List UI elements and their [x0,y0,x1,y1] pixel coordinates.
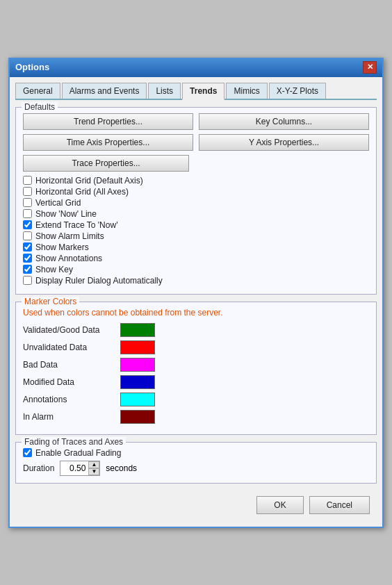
checkbox-show-now: Show 'Now' Line [23,209,369,219]
modified-label: Modified Data [23,377,120,387]
show-annotations-label[interactable]: Show Annotations [35,254,102,263]
defaults-row3: Trace Properties... [23,155,369,172]
color-row-modified: Modified Data [23,375,369,389]
server-note: Used when colors cannot be obtained from… [23,308,369,318]
enable-fading-label[interactable]: Enable Gradual Fading [35,448,121,458]
dialog-footer: OK Cancel [15,491,377,521]
color-row-annotations: Annotations [23,393,369,406]
tab-lists[interactable]: Lists [148,83,181,99]
cancel-button[interactable]: Cancel [309,496,370,514]
hg-default-checkbox[interactable] [23,176,32,185]
checkbox-extend-trace: Extend Trace To 'Now' [23,220,369,230]
checkbox-hg-all: Horizontal Grid (All Axes) [23,187,369,197]
show-markers-label[interactable]: Show Markers [35,242,89,252]
defaults-label: Defaults [22,102,58,112]
checkbox-hg-default: Horizontal Grid (Default Axis) [23,176,369,186]
tab-xyz[interactable]: X-Y-Z Plots [269,83,326,99]
bad-label: Bad Data [23,360,120,370]
duration-spinner[interactable]: 0.50 ▲ ▼ [60,461,100,476]
checkbox-display-ruler: Display Ruler Dialog Automatically [23,276,369,286]
bad-swatch[interactable] [120,358,155,372]
alarm-swatch[interactable] [120,410,155,424]
y-axis-button[interactable]: Y Axis Properties... [199,134,369,151]
key-columns-button[interactable]: Key Columns... [199,113,369,130]
show-alarm-checkbox[interactable] [23,231,32,240]
display-ruler-label[interactable]: Display Ruler Dialog Automatically [35,276,163,286]
validated-label: Validated/Good Data [23,325,120,335]
spinner-buttons: ▲ ▼ [88,461,99,475]
defaults-section: Defaults Trend Properties... Key Columns… [15,107,377,295]
duration-label: Duration [23,463,54,473]
vg-checkbox[interactable] [23,198,32,207]
spinner-down[interactable]: ▼ [88,468,99,475]
hg-default-label[interactable]: Horizontal Grid (Default Axis) [35,176,143,186]
checkbox-show-alarm: Show Alarm Limits [23,231,369,241]
spinner-up[interactable]: ▲ [88,461,99,468]
dialog-body: General Alarms and Events Lists Trends M… [10,77,382,527]
defaults-row1: Trend Properties... Key Columns... [23,113,369,130]
color-row-unvalidated: Unvalidated Data [23,340,369,354]
color-row-bad: Bad Data [23,358,369,372]
tab-general[interactable]: General [15,83,60,99]
enable-fading-checkbox[interactable] [23,448,32,457]
duration-unit: seconds [106,463,137,473]
time-axis-button[interactable]: Time Axis Properties... [23,134,193,151]
checkbox-show-annotations: Show Annotations [23,254,369,263]
show-now-label[interactable]: Show 'Now' Line [35,209,97,219]
annotations-swatch[interactable] [120,393,155,406]
hg-all-label[interactable]: Horizontal Grid (All Axes) [35,187,129,197]
checkbox-vg: Vertical Grid [23,198,369,208]
color-row-validated: Validated/Good Data [23,323,369,337]
duration-row: Duration 0.50 ▲ ▼ seconds [23,461,369,476]
tab-mimics[interactable]: Mimics [226,83,267,99]
show-key-checkbox[interactable] [23,265,32,274]
checkbox-show-markers: Show Markers [23,242,369,252]
fading-title: Fading of Traces and Axes [22,437,126,447]
show-markers-checkbox[interactable] [23,242,32,252]
display-ruler-checkbox[interactable] [23,276,32,285]
trace-properties-button[interactable]: Trace Properties... [23,155,189,172]
tab-trends[interactable]: Trends [182,83,224,100]
extend-trace-checkbox[interactable] [23,220,32,229]
tab-bar: General Alarms and Events Lists Trends M… [15,83,377,100]
hg-all-checkbox[interactable] [23,187,32,196]
unvalidated-label: Unvalidated Data [23,343,120,352]
unvalidated-swatch[interactable] [120,340,155,354]
validated-swatch[interactable] [120,323,155,337]
marker-colors-title: Marker Colors [22,297,79,306]
options-dialog: Options ✕ General Alarms and Events List… [8,58,384,528]
title-bar: Options ✕ [10,58,382,77]
extend-trace-label[interactable]: Extend Trace To 'Now' [35,220,117,230]
close-button[interactable]: ✕ [363,61,377,74]
marker-colors-section: Marker Colors Used when colors cannot be… [15,302,377,435]
ok-button[interactable]: OK [256,496,303,514]
show-now-checkbox[interactable] [23,209,32,218]
annotations-label: Annotations [23,395,120,404]
trend-properties-button[interactable]: Trend Properties... [23,113,193,130]
enable-fading-row: Enable Gradual Fading [23,448,369,458]
show-annotations-checkbox[interactable] [23,254,32,263]
color-row-alarm: In Alarm [23,410,369,424]
checkbox-list: Horizontal Grid (Default Axis) Horizonta… [23,176,369,286]
tab-alarms[interactable]: Alarms and Events [62,83,147,99]
modified-swatch[interactable] [120,375,155,389]
checkbox-show-key: Show Key [23,265,369,274]
defaults-row2: Time Axis Properties... Y Axis Propertie… [23,134,369,151]
show-alarm-label[interactable]: Show Alarm Limits [35,231,104,241]
duration-input[interactable]: 0.50 [60,462,88,475]
dialog-title: Options [15,62,49,72]
show-key-label[interactable]: Show Key [35,265,73,274]
fading-section: Fading of Traces and Axes Enable Gradual… [15,442,377,484]
vg-label[interactable]: Vertical Grid [35,198,81,208]
alarm-label: In Alarm [23,412,120,422]
